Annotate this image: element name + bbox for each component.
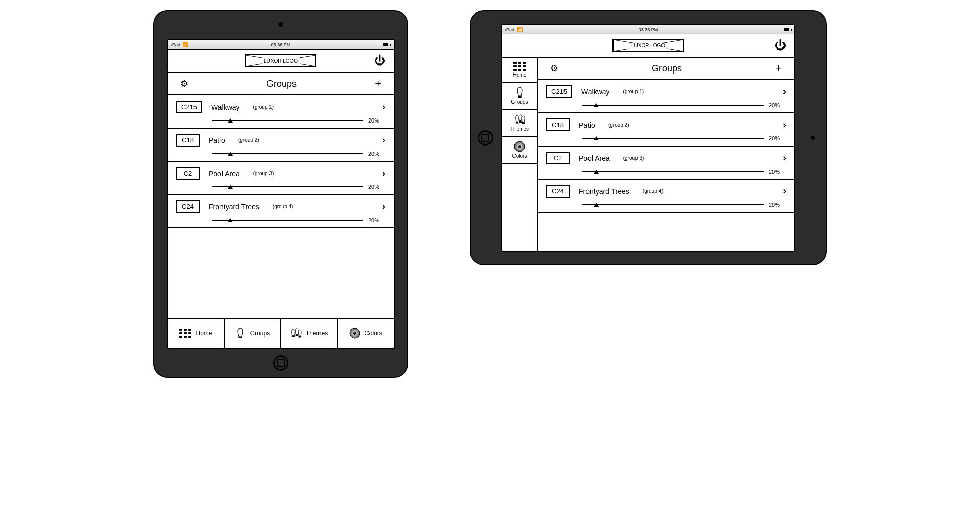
svg-rect-3 xyxy=(184,329,187,331)
group-code-box[interactable]: C24 xyxy=(176,200,200,213)
tab-groups[interactable]: Groups xyxy=(225,319,281,348)
home-grid-icon xyxy=(179,329,191,338)
group-code-box[interactable]: C215 xyxy=(176,101,202,113)
chevron-right-icon[interactable]: › xyxy=(382,135,385,146)
status-bar: iPad 📶 03:36 PM xyxy=(168,40,394,50)
device-camera xyxy=(279,22,283,27)
power-icon[interactable]: ⏻ xyxy=(775,39,786,52)
device-home-button[interactable] xyxy=(273,355,288,371)
brightness-value: 20% xyxy=(368,151,385,157)
logo-placeholder: LUXOR LOGO xyxy=(245,54,316,67)
battery-icon xyxy=(383,43,390,46)
bulb-icon xyxy=(235,328,246,339)
brightness-value: 20% xyxy=(368,184,385,190)
add-button[interactable]: + xyxy=(775,62,782,75)
brightness-value: 20% xyxy=(769,135,786,141)
wifi-icon: 📶 xyxy=(517,27,523,32)
sidebar-item-groups[interactable]: Groups xyxy=(502,83,537,110)
bulbs-icon xyxy=(514,114,525,125)
group-code-box[interactable]: C18 xyxy=(546,118,570,131)
chevron-right-icon[interactable]: › xyxy=(783,119,786,130)
group-code-box[interactable]: C2 xyxy=(176,167,200,180)
group-row[interactable]: C24 Frontyard Trees (group 4) › 20% xyxy=(538,180,794,213)
svg-point-25 xyxy=(518,145,521,148)
svg-rect-22 xyxy=(518,69,521,71)
sidebar-item-label: Colors xyxy=(512,153,527,159)
svg-rect-2 xyxy=(179,329,182,331)
group-code-box[interactable]: C215 xyxy=(546,85,572,98)
sidebar-item-label: Home xyxy=(513,72,527,78)
group-subtitle: (group 1) xyxy=(253,104,274,110)
brightness-slider[interactable] xyxy=(212,186,363,187)
sidebar-item-themes[interactable]: Themes xyxy=(502,110,537,137)
chevron-right-icon[interactable]: › xyxy=(783,86,786,97)
group-list: C215 Walkway (group 1) › 20% C18 xyxy=(538,80,794,213)
gear-icon[interactable]: ⚙ xyxy=(550,63,558,74)
group-row[interactable]: C24 Frontyard Trees (group 4) › 20% xyxy=(168,195,394,228)
chevron-right-icon[interactable]: › xyxy=(382,168,385,179)
group-code-box[interactable]: C2 xyxy=(546,152,570,164)
brightness-slider[interactable] xyxy=(582,204,764,205)
disc-icon xyxy=(349,328,360,339)
group-name: Frontyard Trees xyxy=(579,187,629,196)
brightness-value: 20% xyxy=(769,168,786,175)
chevron-right-icon[interactable]: › xyxy=(382,102,385,112)
app-header: LUXOR LOGO ⏻ xyxy=(502,34,794,58)
group-row[interactable]: C2 Pool Area (group 3) › 20% xyxy=(168,162,394,195)
svg-rect-8 xyxy=(179,336,182,338)
group-name: Patio xyxy=(579,121,595,129)
group-row[interactable]: C215 Walkway (group 1) › 20% xyxy=(538,80,794,113)
section-title: Groups xyxy=(188,79,375,89)
svg-rect-15 xyxy=(513,62,517,64)
sidebar-item-colors[interactable]: Colors xyxy=(502,137,537,164)
empty-space xyxy=(168,228,394,319)
status-time: 03:36 PM xyxy=(639,27,658,32)
group-row[interactable]: C215 Walkway (group 1) › 20% xyxy=(168,95,394,129)
gear-icon[interactable]: ⚙ xyxy=(180,78,188,89)
group-row[interactable]: C18 Patio (group 2) › 20% xyxy=(538,113,794,147)
brightness-slider[interactable] xyxy=(582,105,764,106)
brightness-slider[interactable] xyxy=(212,153,363,154)
svg-rect-23 xyxy=(523,69,526,71)
tab-themes[interactable]: Themes xyxy=(281,319,338,348)
status-device: iPad xyxy=(505,27,514,32)
sidebar-item-label: Themes xyxy=(510,126,529,132)
brightness-slider[interactable] xyxy=(212,120,363,121)
device-home-button[interactable] xyxy=(478,130,493,146)
chevron-right-icon[interactable]: › xyxy=(382,201,385,212)
status-bar: iPad 📶 03:36 PM xyxy=(502,25,794,34)
tab-home[interactable]: Home xyxy=(168,319,225,348)
svg-point-12 xyxy=(353,332,356,335)
group-code-box[interactable]: C24 xyxy=(546,185,570,198)
group-subtitle: (group 3) xyxy=(623,155,644,161)
brightness-slider[interactable] xyxy=(582,138,764,139)
group-row[interactable]: C2 Pool Area (group 3) › 20% xyxy=(538,147,794,180)
sidebar-item-label: Groups xyxy=(511,99,528,105)
group-subtitle: (group 4) xyxy=(643,188,664,194)
group-name: Pool Area xyxy=(209,170,240,178)
brightness-value: 20% xyxy=(769,102,786,108)
app-header: LUXOR LOGO ⏻ xyxy=(168,50,394,73)
group-row[interactable]: C18 Patio (group 2) › 20% xyxy=(168,129,394,162)
logo-text: LUXOR LOGO xyxy=(262,58,300,64)
group-subtitle: (group 4) xyxy=(273,204,293,209)
tab-colors[interactable]: Colors xyxy=(338,319,394,348)
add-button[interactable]: + xyxy=(375,77,381,90)
status-device: iPad xyxy=(171,42,180,47)
group-name: Walkway xyxy=(581,88,610,96)
svg-rect-10 xyxy=(188,336,191,338)
svg-rect-21 xyxy=(513,69,517,71)
svg-rect-16 xyxy=(518,62,521,64)
svg-rect-6 xyxy=(184,332,187,334)
group-subtitle: (group 2) xyxy=(608,122,629,128)
chevron-right-icon[interactable]: › xyxy=(783,186,786,197)
brightness-slider[interactable] xyxy=(582,171,764,172)
brightness-slider[interactable] xyxy=(212,220,363,221)
tablet-portrait-frame: iPad 📶 03:36 PM LUXOR LOGO ⏻ ⚙ Groups + … xyxy=(153,10,408,378)
power-icon[interactable]: ⏻ xyxy=(374,54,385,67)
chevron-right-icon[interactable]: › xyxy=(783,153,786,163)
sidebar-nav: Home Groups Themes xyxy=(502,58,538,251)
group-code-box[interactable]: C18 xyxy=(176,134,200,147)
logo-placeholder: LUXOR LOGO xyxy=(612,39,684,52)
sidebar-item-home[interactable]: Home xyxy=(502,58,537,83)
